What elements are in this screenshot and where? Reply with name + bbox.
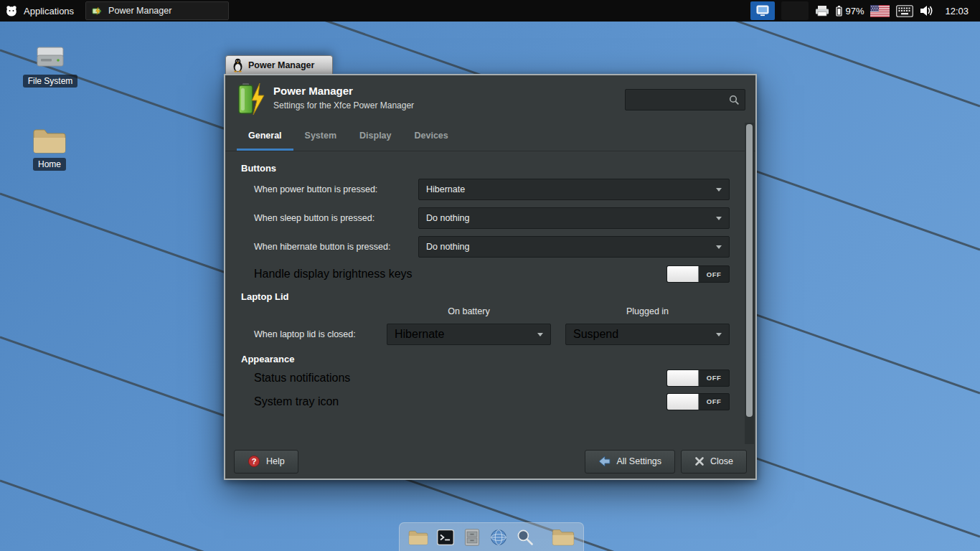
tab-bar: General System Display Devices	[225, 123, 755, 151]
speaker-icon[interactable]	[920, 5, 934, 17]
chevron-down-icon	[716, 188, 722, 192]
tab-devices[interactable]: Devices	[403, 123, 460, 151]
setting-label: When power button is pressed:	[254, 184, 377, 194]
switch-state: OFF	[699, 266, 729, 282]
system-tray-switch[interactable]: OFF	[666, 393, 730, 410]
printer-icon[interactable]	[815, 5, 829, 17]
home-folder-icon	[32, 126, 67, 155]
window-titlebar[interactable]: Power Manager	[225, 55, 333, 75]
power-manager-window: Power Manager Power Manager Setti	[224, 55, 757, 480]
desktop-icon-label: File System	[23, 75, 78, 88]
setting-row-system-tray-icon: System tray icon OFF	[241, 390, 730, 413]
search-input[interactable]	[631, 95, 729, 105]
col-header-plugged-in: Plugged in	[565, 306, 730, 316]
setting-label: Handle display brightness keys	[254, 268, 413, 281]
tab-general[interactable]: General	[237, 123, 293, 151]
tab-system[interactable]: System	[293, 123, 348, 151]
dialog-header: Power Manager Settings for the Xfce Powe…	[225, 75, 755, 123]
chevron-down-icon	[537, 333, 543, 336]
dialog-subtitle: Settings for the Xfce Power Manager	[273, 100, 414, 110]
tray-power-manager-icon[interactable]	[750, 1, 775, 20]
back-arrow-icon	[598, 456, 611, 467]
dropdown-value: Do nothing	[426, 242, 469, 252]
battery-bolt-icon	[237, 82, 270, 116]
panel-clock[interactable]: 12:03	[941, 6, 973, 17]
dropdown-value: Hibernate	[395, 328, 444, 341]
tab-display[interactable]: Display	[348, 123, 402, 151]
col-header-on-battery: On battery	[387, 306, 551, 316]
footer-right-buttons: All Settings Close	[585, 450, 748, 474]
tux-penguin-icon	[232, 58, 243, 72]
dropdown-value: Do nothing	[426, 213, 469, 223]
window-title: Power Manager	[248, 60, 314, 70]
all-settings-button-label: All Settings	[617, 456, 662, 466]
applications-label: Applications	[24, 6, 74, 17]
applications-menu-button[interactable]: Applications	[0, 0, 83, 22]
top-panel: Applications Power Manager	[0, 0, 980, 22]
system-tray: 97%	[750, 1, 980, 20]
setting-row-laptop-lid: When laptop lid is closed: Hibernate Sus…	[241, 319, 730, 349]
setting-row-brightness-keys: Handle display brightness keys OFF	[241, 261, 730, 287]
search-box[interactable]	[625, 89, 745, 110]
section-heading-appearance: Appearance	[241, 354, 730, 364]
close-button-label: Close	[710, 456, 733, 466]
switch-handle	[667, 266, 699, 282]
power-manager-icon	[92, 5, 103, 17]
bottom-dock	[399, 522, 584, 551]
switch-state: OFF	[699, 394, 729, 410]
battery-icon	[836, 6, 842, 17]
setting-label: When laptop lid is closed:	[254, 329, 387, 339]
dock-terminal-icon[interactable]	[436, 528, 455, 547]
setting-label: When hibernate button is pressed:	[254, 242, 390, 252]
general-tab-content: Buttons When power button is pressed: Hi…	[225, 151, 744, 444]
all-settings-button[interactable]: All Settings	[585, 450, 676, 474]
sleep-button-dropdown[interactable]: Do nothing	[418, 207, 730, 229]
lid-on-battery-dropdown[interactable]: Hibernate	[387, 324, 551, 345]
xfce-mouse-icon	[4, 4, 19, 18]
lid-column-headers: On battery Plugged in	[387, 303, 730, 319]
dialog-footer: ? Help All Settings Cl	[225, 444, 755, 479]
us-flag-icon[interactable]	[870, 5, 890, 17]
battery-indicator[interactable]: 97%	[836, 6, 864, 17]
lid-plugged-in-dropdown[interactable]: Suspend	[565, 324, 730, 345]
dock-search-icon[interactable]	[516, 528, 534, 547]
brightness-keys-switch[interactable]: OFF	[666, 265, 730, 283]
keyboard-icon[interactable]	[896, 5, 913, 17]
help-button-label: Help	[266, 456, 285, 466]
tray-empty-slot[interactable]	[781, 1, 809, 20]
svg-text:?: ?	[252, 457, 257, 466]
dialog-title: Power Manager	[273, 85, 353, 97]
taskbar-item-power-manager[interactable]: Power Manager	[85, 1, 229, 20]
dock-web-browser-icon[interactable]	[489, 528, 508, 547]
vertical-scrollbar[interactable]	[745, 123, 754, 444]
chevron-down-icon	[716, 245, 722, 249]
desktop-screen: Applications Power Manager	[0, 0, 980, 551]
dock-folder-icon[interactable]	[552, 527, 575, 547]
dropdown-value: Suspend	[573, 328, 618, 341]
hard-drive-icon	[34, 42, 67, 72]
status-notifications-switch[interactable]: OFF	[666, 369, 730, 387]
window-body: Power Manager Settings for the Xfce Powe…	[224, 74, 757, 480]
power-button-dropdown[interactable]: Hibernate	[418, 179, 730, 200]
dropdown-value: Hibernate	[426, 184, 465, 194]
switch-handle	[667, 370, 699, 386]
help-button[interactable]: ? Help	[234, 450, 298, 474]
close-button[interactable]: Close	[681, 450, 747, 474]
desktop-icon-home[interactable]: Home	[10, 126, 89, 171]
dock-file-manager-icon[interactable]	[408, 529, 428, 546]
desktop-icon-file-system[interactable]: File System	[11, 42, 90, 88]
setting-label: When sleep button is pressed:	[254, 213, 374, 223]
dock-file-cabinet-icon[interactable]	[463, 528, 481, 547]
setting-row-hibernate-button: When hibernate button is pressed: Do not…	[241, 232, 730, 261]
help-icon: ?	[248, 455, 260, 468]
close-icon	[694, 456, 705, 466]
section-heading-buttons: Buttons	[241, 163, 730, 174]
hibernate-button-dropdown[interactable]: Do nothing	[418, 236, 730, 258]
setting-row-sleep-button: When sleep button is pressed: Do nothing	[241, 204, 730, 232]
setting-row-power-button: When power button is pressed: Hibernate	[241, 175, 730, 204]
setting-label: Status notifications	[254, 372, 350, 385]
scrollbar-thumb[interactable]	[746, 124, 753, 417]
taskbar-item-label: Power Manager	[108, 6, 171, 16]
setting-label: System tray icon	[254, 395, 339, 408]
chevron-down-icon	[716, 217, 722, 220]
